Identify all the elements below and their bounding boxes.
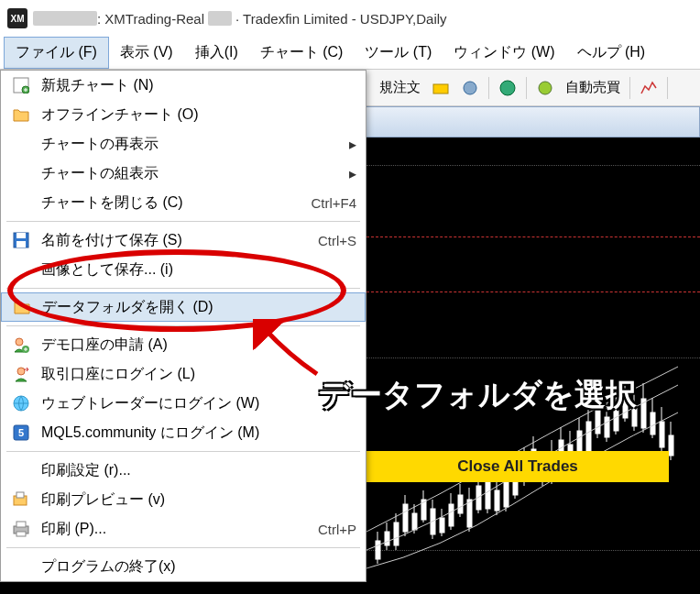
menu-save-as-label: 名前を付けて保存 (S) [41, 231, 318, 250]
svg-text:5: 5 [18, 427, 24, 438]
menu-separator [6, 547, 360, 548]
toolbar-auto-trade-label[interactable]: 自動売買 [562, 79, 624, 96]
menu-chart-redisplay-label: チャートの再表示 [41, 135, 349, 154]
submenu-arrow-icon: ▸ [349, 136, 356, 153]
menu-view[interactable]: 表示 (V) [109, 38, 184, 68]
submenu-arrow-icon: ▸ [349, 165, 356, 182]
menu-separator [6, 451, 360, 452]
mql5-icon: 5 [10, 422, 32, 444]
menu-exit-label: プログラムの終了(x) [41, 557, 356, 577]
menu-mql5-login[interactable]: 5 MQL5.community にログイン (M) [1, 418, 366, 447]
svg-rect-84 [16, 522, 26, 527]
menu-help[interactable]: ヘルプ (H) [566, 38, 657, 68]
menu-webtrader-login[interactable]: ウェブトレーダーにログイン (W) [1, 389, 366, 418]
menu-close-chart-shortcut: Ctrl+F4 [311, 195, 356, 211]
menu-offline-chart[interactable]: オフラインチャート (O) [1, 100, 366, 129]
menu-print-preview-label: 印刷プレビュー (v) [41, 490, 356, 510]
menu-demo-account[interactable]: デモ口座の申請 (A) [1, 330, 366, 359]
titlebar: XM : XMTrading-Real · Tradexfin Limited … [0, 0, 700, 37]
file-menu-dropdown: 新規チャート (N) オフラインチャート (O) チャートの再表示 ▸ チャート… [0, 70, 366, 582]
globe-icon[interactable] [495, 75, 520, 101]
folder-open-icon [10, 104, 32, 126]
svg-point-75 [16, 338, 23, 346]
menu-print-setup-label: 印刷設定 (r)... [41, 461, 356, 480]
svg-rect-0 [433, 84, 448, 94]
menu-open-data-folder[interactable]: データフォルダを開く (D) [1, 292, 366, 322]
user-add-icon [10, 334, 32, 356]
menu-open-data-folder-label: データフォルダを開く (D) [42, 298, 355, 317]
menu-chart-group-label: チャートの組表示 [41, 164, 349, 183]
login-icon [10, 363, 32, 385]
title-prefix: : XMTrading-Real [97, 11, 204, 27]
menu-chart[interactable]: チャート (C) [249, 38, 355, 68]
menu-save-image-label: 画像として保存... (i) [41, 260, 356, 280]
menu-new-chart[interactable]: 新規チャート (N) [1, 71, 366, 100]
menu-exit[interactable]: プログラムの終了(x) [1, 552, 366, 581]
app-logo-icon: XM [7, 8, 27, 28]
menu-close-chart[interactable]: チャートを閉じる (C) Ctrl+F4 [1, 188, 366, 217]
menu-new-chart-label: 新規チャート (N) [41, 76, 356, 95]
menu-login-account-label: 取引口座にログイン (L) [41, 365, 356, 384]
print-preview-icon [10, 489, 32, 511]
menu-separator [6, 288, 360, 289]
menu-chart-redisplay[interactable]: チャートの再表示 ▸ [1, 129, 366, 159]
menu-save-as[interactable]: 名前を付けて保存 (S) Ctrl+S [1, 226, 366, 255]
menu-print-setup[interactable]: 印刷設定 (r)... [1, 456, 366, 485]
menu-webtrader-login-label: ウェブトレーダーにログイン (W) [41, 394, 356, 413]
menu-save-image[interactable]: 画像として保存... (i) [1, 255, 366, 284]
redacted-account [33, 11, 97, 26]
expert-advisors-icon[interactable] [428, 75, 454, 101]
menu-offline-chart-label: オフラインチャート (O) [41, 105, 356, 125]
menu-separator [6, 221, 360, 222]
menu-chart-group[interactable]: チャートの組表示 ▸ [1, 159, 366, 188]
redacted-number [208, 11, 232, 26]
menu-save-as-shortcut: Ctrl+S [318, 233, 356, 248]
new-chart-icon [10, 74, 32, 96]
svg-rect-85 [16, 532, 26, 536]
menu-separator [6, 325, 360, 326]
menu-login-account[interactable]: 取引口座にログイン (L) [1, 359, 366, 389]
close-all-trades-banner[interactable]: Close All Trades [366, 451, 669, 482]
menu-insert[interactable]: 挿入(I) [184, 38, 249, 68]
svg-point-2 [500, 81, 515, 95]
svg-point-77 [17, 368, 25, 375]
menu-tool[interactable]: ツール (T) [354, 38, 443, 68]
menu-print-preview[interactable]: 印刷プレビュー (v) [1, 485, 366, 514]
web-icon [10, 392, 32, 414]
toolbar-new-order-label[interactable]: 規注文 [376, 79, 424, 96]
svg-rect-73 [16, 233, 26, 238]
options-icon[interactable] [457, 75, 483, 101]
folder-icon [11, 296, 33, 318]
title-suffix: · Tradexfin Limited - USDJPY,Daily [235, 11, 447, 27]
indicator-icon[interactable] [636, 75, 662, 101]
menu-demo-account-label: デモ口座の申請 (A) [41, 336, 356, 355]
auto-trade-icon[interactable] [532, 75, 558, 101]
menubar: ファイル (F) 表示 (V) 挿入(I) チャート (C) ツール (T) ウ… [0, 37, 700, 70]
menu-print-shortcut: Ctrl+P [318, 522, 356, 537]
menu-print-label: 印刷 (P)... [41, 520, 318, 539]
menu-close-chart-label: チャートを閉じる (C) [41, 193, 311, 213]
svg-rect-82 [16, 492, 24, 498]
annotation-text: データフォルダを選択 [319, 374, 637, 416]
save-icon [10, 229, 32, 251]
menu-file[interactable]: ファイル (F) [4, 37, 109, 69]
candlestick-chart [366, 138, 700, 594]
svg-point-1 [464, 82, 476, 94]
menu-mql5-login-label: MQL5.community にログイン (M) [41, 424, 356, 443]
svg-rect-74 [16, 241, 26, 248]
menu-print[interactable]: 印刷 (P)... Ctrl+P [1, 514, 366, 544]
menu-window[interactable]: ウィンドウ (W) [443, 38, 565, 68]
svg-point-3 [539, 82, 552, 94]
print-icon [10, 518, 32, 540]
